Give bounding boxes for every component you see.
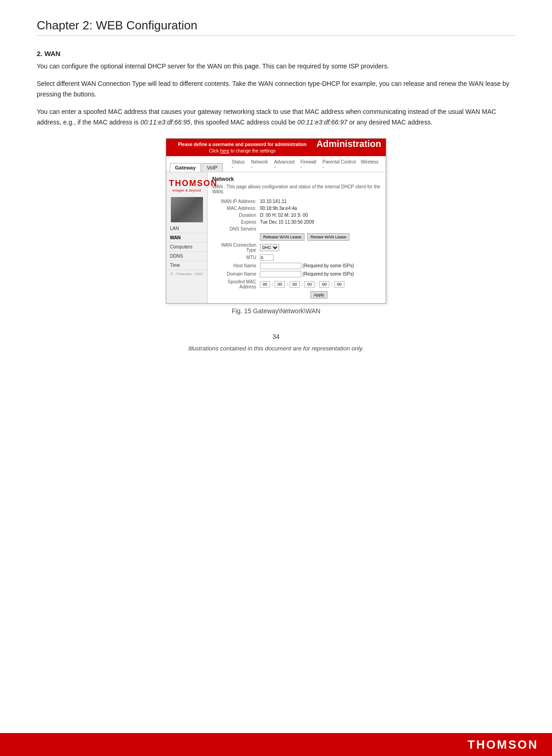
footer-disclaimer: Illustrations contained in this document…	[37, 345, 515, 352]
banner-line1: Please define a username and password fo…	[168, 141, 316, 148]
router-top-nav: Gateway VoIP Status - Network - Advanced…	[166, 156, 386, 172]
buttons-cell: Release WAN Lease Renew WAN Lease	[258, 232, 381, 242]
paragraph-3-mac-2: 00:11:e3:df:66:97	[297, 118, 347, 126]
hostname-label: Host Name	[212, 262, 258, 270]
tab-gateway[interactable]: Gateway	[170, 163, 201, 172]
sidebar-photo	[171, 197, 203, 222]
hostname-cell: (Required by some ISPs)	[258, 262, 381, 270]
release-wan-lease-button[interactable]: Release WAN Lease	[260, 233, 304, 241]
field-label-expires: Expires	[212, 219, 258, 226]
page-footer-bar: THOMSON	[0, 733, 552, 756]
subnav-advanced[interactable]: Advanced -	[274, 159, 296, 169]
domainname-cell: (Required by some ISPs)	[258, 270, 381, 278]
table-row-spoofed-mac: Spoofed MAC Address : : : :	[212, 278, 381, 290]
field-value-mac: 00:18:9b:3a:e4:4a	[258, 205, 381, 212]
spoofed-mac-label: Spoofed MAC Address	[212, 278, 258, 290]
banner-line2: Click here to change the settings	[168, 148, 316, 154]
mac-sep-5: :	[331, 282, 332, 287]
paragraph-3: You can enter a spoofed MAC address that…	[37, 107, 515, 127]
mac-octet-5[interactable]	[319, 281, 329, 288]
admin-label: Administration	[316, 137, 384, 150]
mtu-cell	[258, 254, 381, 262]
field-label-mac: MAC Address:	[212, 205, 258, 212]
sidebar-item-lan[interactable]: LAN	[166, 224, 207, 233]
sidebar-tagline: images & beyond	[169, 188, 204, 192]
paragraph-3-text-end: or any desired MAC address.	[347, 118, 432, 126]
mac-octet-1[interactable]	[260, 281, 270, 288]
hostname-input[interactable]	[260, 263, 301, 269]
router-body: THOMSON images & beyond LAN WAN Computer…	[166, 172, 386, 303]
apply-spacer	[212, 290, 258, 299]
figure-container: Please define a username and password fo…	[37, 138, 515, 315]
sidebar-item-time[interactable]: Time	[166, 261, 207, 270]
field-label-ip: WAN IP Address:	[212, 198, 258, 205]
sidebar-item-wan[interactable]: WAN	[166, 233, 207, 243]
banner-link[interactable]: here	[220, 148, 229, 153]
domainname-input[interactable]	[260, 271, 301, 277]
mac-sep-2: :	[287, 282, 288, 287]
wan-form-table: WAN IP Address: 10.10.141.11 MAC Address…	[212, 198, 381, 299]
table-row-apply: Apply	[212, 290, 381, 299]
field-value-dns	[258, 226, 381, 232]
field-value-ip: 10.10.141.11	[258, 198, 381, 205]
router-screenshot: Please define a username and password fo…	[166, 138, 386, 304]
sidebar-item-ddns[interactable]: DDNS	[166, 252, 207, 261]
section-heading: 2. WAN	[37, 50, 515, 57]
main-section-title: Network	[212, 176, 381, 182]
mac-octet-3[interactable]	[290, 281, 300, 288]
table-row: Duration D: 00 H: 02 M: 10 S: 00	[212, 212, 381, 219]
domainname-label: Domain Name	[212, 270, 258, 278]
table-row-hostname: Host Name (Required by some ISPs)	[212, 262, 381, 270]
paragraph-3-text-middle: , this spoofed MAC address could be	[191, 118, 298, 126]
table-row-buttons: Release WAN Lease Renew WAN Lease	[212, 232, 381, 242]
subnav-status[interactable]: Status -	[232, 159, 247, 169]
sidebar-logo: THOMSON images & beyond	[166, 176, 207, 195]
table-row-mtu: MTU	[212, 254, 381, 262]
mac-sep-4: :	[316, 282, 318, 287]
sidebar-item-computers[interactable]: Computers	[166, 243, 207, 252]
field-label-dns: DNS Servers	[212, 226, 258, 232]
mtu-input[interactable]	[260, 254, 274, 261]
mac-octet-4[interactable]	[304, 281, 315, 288]
renew-wan-lease-button[interactable]: Renew WAN Lease	[307, 233, 349, 241]
page-number: 34	[37, 333, 515, 340]
wan-type-select[interactable]: DHC	[260, 244, 279, 251]
field-value-expires: Tue Dec 15 11:30:56 2009	[258, 219, 381, 226]
subnav-parental[interactable]: Parental Control -	[322, 159, 356, 169]
table-row-domainname: Domain Name (Required by some ISPs)	[212, 270, 381, 278]
hostname-note: (Required by some ISPs)	[303, 263, 354, 268]
router-main-content: Network WAN : This page allows configura…	[208, 172, 386, 303]
mac-sep-3: :	[301, 282, 303, 287]
mtu-label: MTU	[212, 254, 258, 262]
subnav-network[interactable]: Network -	[251, 159, 270, 169]
footer-thomson-logo: THOMSON	[468, 738, 538, 752]
field-value-duration: D: 00 H: 02 M: 10 S: 00	[258, 212, 381, 219]
figure-caption: Fig. 15 Gateway\Network\WAN	[231, 307, 320, 315]
field-label-duration: Duration	[212, 212, 258, 219]
router-admin-banner: Please define a username and password fo…	[166, 139, 386, 156]
wan-type-label: WAN Connection Type	[212, 242, 258, 254]
chapter-title: Chapter 2: WEB Configuration	[37, 18, 515, 36]
router-sidebar: THOMSON images & beyond LAN WAN Computer…	[166, 172, 208, 303]
sidebar-copyright: © - Thomson - 2007	[166, 270, 207, 278]
tab-voip[interactable]: VoIP	[202, 163, 222, 172]
table-row: Expires Tue Dec 15 11:30:56 2009	[212, 219, 381, 226]
subnav-firewall[interactable]: Firewall -	[300, 159, 318, 169]
table-row: WAN IP Address: 10.10.141.11	[212, 198, 381, 205]
domainname-note: (Required by some ISPs)	[303, 271, 354, 276]
sidebar-thomson-logo: THOMSON	[169, 179, 204, 188]
mac-octet-2[interactable]	[275, 281, 285, 288]
paragraph-2: Select different WAN Connection Type wil…	[37, 79, 515, 99]
table-row: DNS Servers	[212, 226, 381, 232]
mac-octet-6[interactable]	[334, 281, 344, 288]
table-row-wan-type: WAN Connection Type DHC	[212, 242, 381, 254]
main-description: WAN : This page allows configuration and…	[212, 184, 381, 194]
paragraph-3-mac-1: 00:11:e3:df:66:95	[141, 118, 191, 126]
apply-button[interactable]: Apply	[310, 291, 327, 299]
table-row: MAC Address: 00:18:9b:3a:e4:4a	[212, 205, 381, 212]
buttons-spacer	[212, 232, 258, 242]
mac-sep-1: :	[272, 282, 273, 287]
wan-type-cell: DHC	[258, 242, 381, 254]
subnav-wireless[interactable]: Wireless	[361, 159, 378, 169]
spoofed-mac-cell: : : : : :	[258, 278, 381, 290]
